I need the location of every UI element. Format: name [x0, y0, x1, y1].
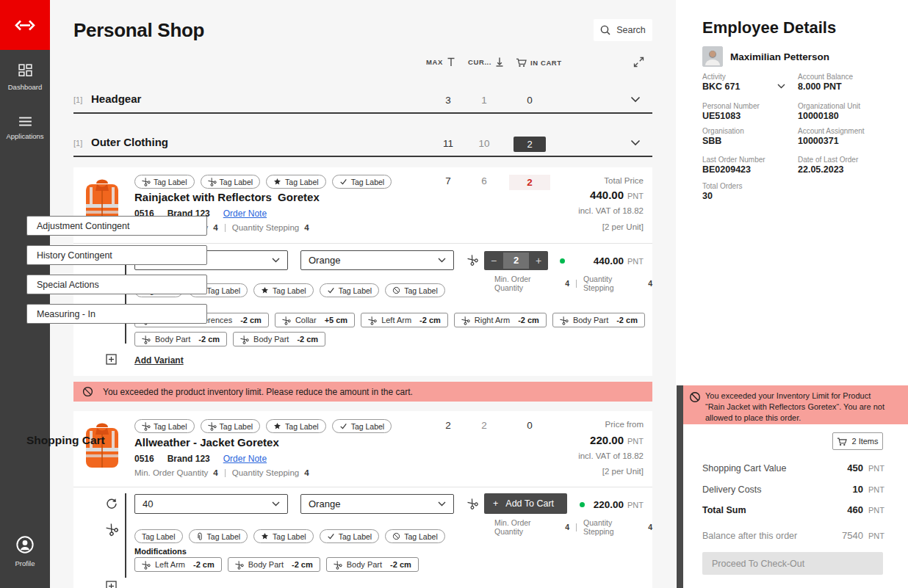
- variant-order-constraints: Min. Order Quantity4 Quantity Stepping4: [494, 275, 652, 292]
- cart-icon: [516, 57, 527, 68]
- add-variant-icon[interactable]: [106, 354, 117, 365]
- price-currency: PNT: [627, 257, 644, 266]
- tag-pill: Tag Label: [201, 175, 261, 189]
- price-value: 220.00: [594, 499, 624, 510]
- modification-value: -2 cm: [292, 560, 313, 569]
- column-header-in-cart-label: IN CART: [530, 59, 562, 67]
- modification-chip: Body Part-2 cm: [233, 332, 325, 346]
- scissors-icon[interactable]: [467, 255, 478, 265]
- cart-icon: [837, 437, 847, 446]
- tag-pill: Tag Label: [134, 175, 195, 189]
- proceed-to-checkout-button[interactable]: Proceed To Check-Out: [702, 552, 883, 575]
- cart-items-button[interactable]: 2 Items: [832, 432, 883, 450]
- tag-pill: Tag Label: [332, 419, 392, 433]
- alert-text: You exceeded the product inventory limit…: [103, 387, 413, 397]
- modification-value: -2 cm: [390, 560, 411, 569]
- category-row-headgear[interactable]: [1] Headgear 3 1 0: [73, 87, 652, 114]
- search-icon: [600, 25, 610, 35]
- modification-name: Left Arm: [155, 560, 185, 569]
- profile-icon: [15, 535, 35, 554]
- product-card-allweather: Tag Label Tag Label Tag Label Tag Label …: [73, 411, 652, 588]
- measuring-in-button[interactable]: Measuring - In: [26, 304, 207, 324]
- sbb-logo[interactable]: [0, 0, 50, 50]
- cart-row-label-balance: Balance after this order: [702, 531, 797, 541]
- cart-row-label: Shopping Cart Value: [702, 463, 786, 473]
- vat-note: incl. VAT of 18.82: [497, 206, 644, 215]
- chevron-down-icon[interactable]: [630, 139, 641, 146]
- modification-name: Body Part: [253, 335, 289, 344]
- history-contingent-button[interactable]: History Contingent: [26, 245, 207, 265]
- checkout-label: Proceed To Check-Out: [712, 559, 804, 569]
- variant-tags: Tag Label Tag Label Tag Label Tag Label …: [134, 529, 445, 543]
- modification-name: Body Part: [347, 560, 382, 569]
- product-name: Rainjacket with Reflectors Goretex: [134, 191, 320, 203]
- divider: [125, 493, 126, 578]
- sidebar-item-dashboard[interactable]: Dashboard: [0, 64, 50, 91]
- scissors-icon: [235, 561, 243, 569]
- modification-value: -2 cm: [419, 316, 441, 324]
- category-cur-value: 1: [464, 95, 505, 106]
- modifications-title: Modifications: [134, 547, 187, 556]
- cart-row-currency: PNT: [868, 464, 884, 473]
- column-header-max-label: MAX: [426, 58, 443, 66]
- field-label-last-order-number: Last Order Number: [702, 156, 765, 164]
- star-icon: [273, 178, 281, 186]
- sbb-double-arrow-icon: [14, 20, 36, 31]
- star-icon: [273, 422, 281, 430]
- sidebar-item-profile[interactable]: Profile: [0, 535, 50, 567]
- chevron-down-icon[interactable]: [630, 96, 641, 103]
- modification-chip: Collar+5 cm: [275, 313, 355, 327]
- sidebar-item-label: Applications: [6, 132, 43, 140]
- cart-inventory-warning: You exceeded your Inventory Limit for Pr…: [683, 385, 908, 424]
- tag-label: Tag Label: [273, 286, 306, 295]
- chevron-down-icon[interactable]: [777, 84, 785, 89]
- tag-label: Tag Label: [207, 532, 241, 541]
- modification-name: Body Part: [155, 335, 190, 344]
- color-select[interactable]: Orange: [300, 250, 454, 270]
- scissors-icon: [208, 422, 216, 430]
- inventory-limit-alert: You exceeded the product inventory limit…: [73, 382, 652, 402]
- modification-chip: Body Part-2 cm: [134, 332, 227, 346]
- chevron-down-icon: [272, 258, 280, 263]
- size-select[interactable]: 40: [134, 494, 288, 514]
- search-input[interactable]: Search: [594, 19, 652, 41]
- vat-note: incl. VAT of 18.82: [497, 451, 644, 460]
- modification-name: Right Arm: [475, 316, 510, 324]
- adjustment-contingent-button[interactable]: Adjustment Contingent: [26, 216, 207, 236]
- tag-pill: Tag Label: [320, 283, 380, 297]
- field-value-account-assignment: 10000371: [798, 136, 839, 146]
- stepping-value: 4: [304, 468, 309, 477]
- stepping-label: Quantity Stepping: [583, 518, 644, 536]
- current-level-icon: [495, 57, 504, 67]
- color-select[interactable]: Orange: [300, 494, 454, 514]
- field-value-date-of-last-order: 22.05.2023: [798, 164, 844, 175]
- sidebar-item-applications[interactable]: Applications: [0, 116, 50, 140]
- modification-value: -2 cm: [240, 316, 262, 324]
- ban-icon: [82, 386, 93, 397]
- order-note-link[interactable]: Order Note: [223, 454, 267, 464]
- field-label-date-of-last-order: Date of Last Order: [798, 156, 858, 164]
- add-variant-icon[interactable]: [106, 581, 117, 588]
- tag-pill: Tag Label: [266, 175, 326, 189]
- scissors-icon[interactable]: [467, 498, 478, 509]
- order-note-link[interactable]: Order Note: [223, 208, 267, 219]
- expand-table-icon[interactable]: [633, 57, 644, 68]
- scissors-icon[interactable]: [106, 523, 118, 535]
- field-label-organizational-unit: Organizational Unit: [798, 102, 860, 110]
- tag-label: Tag Label: [142, 532, 176, 541]
- min-order-value: 4: [565, 523, 569, 531]
- category-row-outer-clothing[interactable]: [1] Outer Clothing 11 10 2: [73, 131, 652, 157]
- field-label-activity: Activity: [702, 73, 726, 81]
- scissors-icon: [282, 316, 290, 324]
- tag-label: Tag Label: [207, 286, 241, 295]
- button-label: Special Actions: [37, 280, 99, 290]
- product-brand: Brand 123: [167, 454, 210, 464]
- cart-row-currency: PNT: [868, 485, 884, 494]
- special-actions-button[interactable]: Special Actions: [26, 275, 207, 294]
- field-label-account-balance: Account Balance: [798, 73, 853, 81]
- button-label: Adjustment Contingent: [37, 221, 129, 231]
- reset-variant-icon[interactable]: [106, 498, 118, 509]
- field-value-activity: BKC 671: [702, 81, 740, 92]
- add-variant-link[interactable]: Add Variant: [134, 355, 184, 366]
- ban-icon: [392, 532, 400, 540]
